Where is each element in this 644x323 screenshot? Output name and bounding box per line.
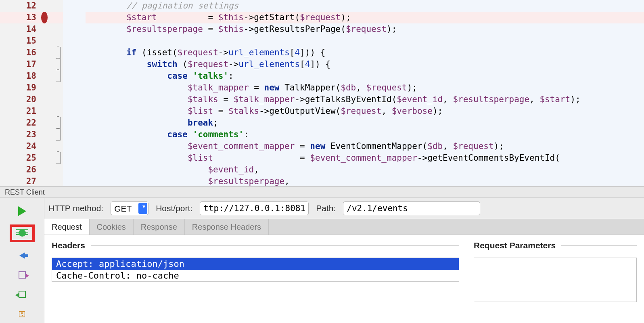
gutter-mark[interactable]	[40, 47, 63, 59]
fold-icon[interactable]	[56, 47, 61, 59]
line-number[interactable]: 18	[0, 70, 40, 82]
import-button[interactable]	[16, 288, 28, 300]
line-number[interactable]: 27	[0, 176, 40, 187]
gutter-mark[interactable]	[40, 94, 63, 105]
code-line[interactable]: $event_id,	[86, 164, 644, 176]
play-icon	[18, 206, 26, 216]
code-line[interactable]: $resultsperpage = $this->getResultsPerPa…	[86, 23, 644, 35]
rest-sidebar: ⚿	[0, 198, 44, 323]
code-line[interactable]: switch ($request->url_elements[4]) {	[86, 59, 644, 70]
path-input[interactable]	[343, 201, 480, 215]
rest-client-panel: REST Client ⚿ HTTP method: GET Host/port…	[0, 187, 644, 323]
gutter-mark[interactable]	[40, 176, 63, 187]
auth-button[interactable]: ⚿	[16, 308, 28, 320]
gutter-mark[interactable]	[40, 141, 63, 152]
gutter-mark[interactable]	[40, 59, 63, 70]
line-number[interactable]: 24	[0, 141, 40, 152]
code-line[interactable]: $event_comment_mapper = new EventComment…	[86, 141, 644, 152]
header-row[interactable]: Accept: application/json	[52, 258, 459, 270]
request-config-row: HTTP method: GET Host/port: Path:	[44, 198, 644, 219]
fold-icon[interactable]	[56, 117, 61, 129]
import-icon	[19, 291, 26, 298]
fold-icon[interactable]	[56, 129, 61, 141]
host-input[interactable]	[200, 201, 309, 215]
back-button[interactable]	[16, 250, 28, 262]
line-number[interactable]: 20	[0, 94, 40, 105]
code-line[interactable]: $start = $this->getStart($request);	[86, 12, 644, 23]
headers-list[interactable]: Accept: application/jsonCache-Control: n…	[52, 258, 459, 282]
path-label: Path:	[316, 203, 336, 213]
gutter-mark[interactable]	[40, 0, 63, 12]
code-line[interactable]: $list = $talks->getOutputView($request, …	[86, 105, 644, 117]
gutter-mark[interactable]	[40, 12, 63, 23]
code-line[interactable]: if (isset($request->url_elements[4])) {	[86, 47, 644, 59]
tab-response-headers[interactable]: Response Headers	[185, 219, 269, 235]
params-title: Request Parameters	[474, 241, 637, 250]
code-line[interactable]: $resultsperpage,	[86, 176, 644, 187]
arrow-left-icon	[19, 252, 25, 259]
code-line[interactable]: case 'comments':	[86, 129, 644, 141]
line-number[interactable]: 15	[0, 35, 40, 47]
fold-icon[interactable]	[56, 152, 61, 164]
rest-client-title: REST Client	[0, 187, 644, 198]
code-line[interactable]: case 'talks':	[86, 70, 644, 82]
line-number[interactable]: 14	[0, 23, 40, 35]
code-line[interactable]: // pagination settings	[86, 0, 644, 12]
line-number[interactable]: 16	[0, 47, 40, 59]
line-number[interactable]: 21	[0, 105, 40, 117]
params-list[interactable]	[474, 258, 637, 302]
header-row[interactable]: Cache-Control: no-cache	[52, 270, 459, 281]
line-number[interactable]: 17	[0, 59, 40, 70]
code-line[interactable]: $talks = $talk_mapper->getTalksByEventId…	[86, 94, 644, 105]
headers-title: Headers	[52, 241, 459, 250]
code-line[interactable]: $list = $event_comment_mapper->getEventC…	[86, 152, 644, 164]
fold-icon[interactable]	[56, 59, 61, 70]
code-line[interactable]: $talk_mapper = new TalkMapper($db, $requ…	[86, 82, 644, 94]
line-number[interactable]: 19	[0, 82, 40, 94]
method-label: HTTP method:	[48, 203, 103, 213]
gutter-mark[interactable]	[40, 105, 63, 117]
rest-tabs: RequestCookiesResponseResponse Headers	[44, 219, 644, 235]
run-button[interactable]	[16, 205, 28, 217]
line-number[interactable]: 22	[0, 117, 40, 129]
keys-icon: ⚿	[19, 310, 26, 318]
code-editor[interactable]: 12131415161718192021222324252627 // pagi…	[0, 0, 644, 187]
gutter-mark[interactable]	[40, 23, 63, 35]
gutter-mark[interactable]	[40, 164, 63, 176]
line-number[interactable]: 12	[0, 0, 40, 12]
line-number[interactable]: 26	[0, 164, 40, 176]
gutter-mark[interactable]	[40, 129, 63, 141]
export-icon	[19, 271, 26, 279]
tab-cookies[interactable]: Cookies	[90, 219, 134, 235]
tab-response[interactable]: Response	[134, 219, 185, 235]
gutter-mark[interactable]	[40, 70, 63, 82]
line-number[interactable]: 25	[0, 152, 40, 164]
line-number[interactable]: 13	[0, 12, 40, 23]
debug-button[interactable]	[10, 224, 35, 242]
host-label: Host/port:	[156, 203, 192, 213]
line-number[interactable]: 23	[0, 129, 40, 141]
gutter-mark[interactable]	[40, 82, 63, 94]
export-button[interactable]	[16, 269, 28, 281]
gutter-mark[interactable]	[40, 152, 63, 164]
http-method-select[interactable]: GET	[111, 201, 148, 215]
code-body[interactable]: // pagination settings $start = $this->g…	[63, 0, 644, 186]
gutter-mark[interactable]	[40, 117, 63, 129]
code-line[interactable]: break;	[86, 117, 644, 129]
code-line[interactable]	[86, 35, 644, 47]
editor-gutter[interactable]: 12131415161718192021222324252627	[0, 0, 63, 186]
bug-icon	[16, 229, 28, 238]
tab-request[interactable]: Request	[44, 219, 90, 235]
gutter-mark[interactable]	[40, 35, 63, 47]
breakpoint-icon[interactable]	[41, 12, 48, 23]
fold-icon[interactable]	[56, 70, 61, 82]
